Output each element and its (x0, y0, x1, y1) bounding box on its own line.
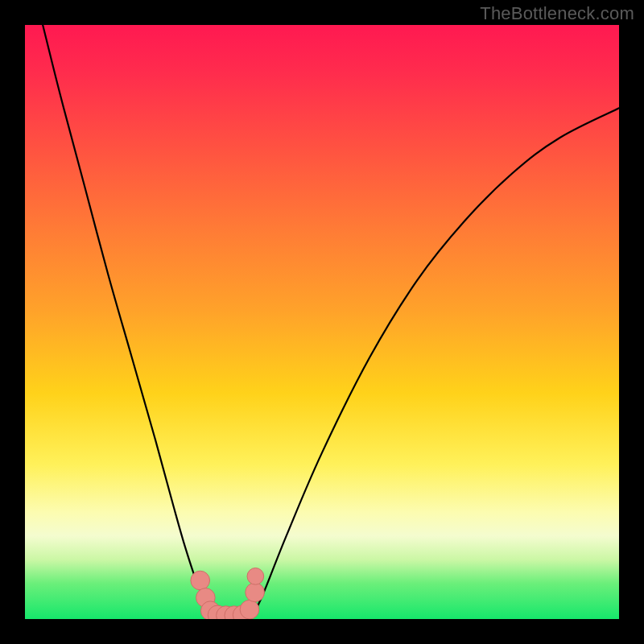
data-marker (191, 571, 210, 590)
plot-area (25, 25, 619, 619)
curve-right-branch (250, 108, 619, 619)
chart-frame: TheBottleneck.com (0, 0, 644, 644)
data-marker (247, 568, 264, 585)
chart-svg (25, 25, 619, 619)
curve-left-branch (43, 25, 215, 619)
watermark-label: TheBottleneck.com (480, 3, 634, 24)
data-marker (240, 600, 259, 619)
data-marker (246, 583, 265, 602)
